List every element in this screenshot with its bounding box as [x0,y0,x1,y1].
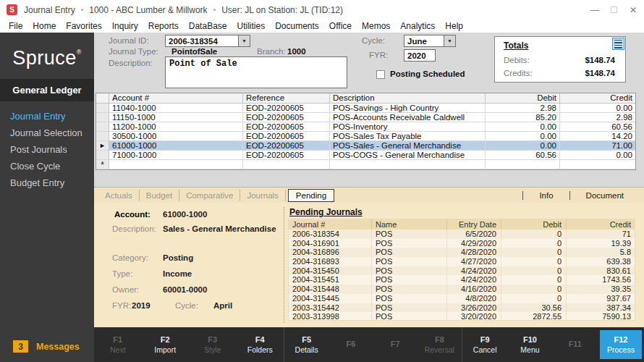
cell-description[interactable]: POS-Sales - General Merchandise [330,141,486,151]
fkey-f10-menu[interactable]: F10Menu [507,335,552,354]
cell-description[interactable]: POS-Savings - High Country [330,104,486,113]
cell-credit[interactable]: 0.00 [560,151,635,160]
cell-description[interactable]: POS-Accounts Receivable Caldwell [330,113,486,122]
cell-account[interactable]: 30500-1000 [109,132,243,141]
pending-row[interactable]: 2004-315445POS4/8/20200937.67 [289,294,635,303]
new-row[interactable]: * [96,160,635,169]
row-selector[interactable] [96,122,109,132]
pending-row[interactable]: 2006-318354POS6/5/2020071 [289,230,635,239]
fkey-f12-process[interactable]: F12Process [600,330,642,359]
tab-comparative[interactable]: Comparative [179,190,240,201]
menu-item-documents[interactable]: Documents [270,21,324,31]
cell-reference[interactable]: EOD-20200605 [243,113,330,122]
posting-scheduled-checkbox[interactable] [376,70,385,79]
menu-item-database[interactable]: DataBase [184,21,232,31]
cell-reference[interactable]: EOD-20200605 [243,132,330,141]
menu-item-reports[interactable]: Reports [143,21,184,31]
menu-item-memos[interactable]: Memos [357,21,395,31]
menu-item-analytics[interactable]: Analytics [395,21,440,31]
cell-account[interactable]: 11150-1000 [109,113,243,122]
journal-id-combo[interactable]: 2006-318354 ▼ [165,35,250,47]
cell-account[interactable]: 61000-1000 [109,141,243,151]
table-row[interactable]: 11150-1000EOD-20200605POS-Accounts Recei… [96,113,635,122]
sidebar-item-close-cycle[interactable]: Close Cycle [0,158,94,174]
cell-debit[interactable]: 2.98 [486,104,560,113]
cell-credit[interactable]: 60.56 [560,122,635,132]
menu-item-home[interactable]: Home [27,21,61,31]
cell-debit[interactable]: 0.00 [486,132,560,141]
cell-account[interactable]: 11200-1000 [109,122,243,132]
row-selector[interactable] [96,113,109,122]
pending-row[interactable]: 2004-316896POS4/28/202005.8 [289,248,635,257]
pending-row[interactable]: 2004-315448POS4/16/2020039.35 [289,285,635,294]
tab-pending[interactable]: Pending [288,189,334,202]
pending-row[interactable]: 2004-315451POS4/24/202001743.56 [289,275,635,285]
row-selector[interactable] [96,151,109,160]
tab-budget[interactable]: Budget [140,190,179,201]
minimize-icon[interactable]: — [590,5,600,15]
journal-id-dropdown-icon[interactable]: ▼ [238,35,250,46]
fkey-f9-cancel[interactable]: F9Cancel [462,335,507,354]
cell-account[interactable]: 11040-1000 [109,104,243,113]
table-row[interactable]: 11200-1000EOD-20200605POS-Inventory0.006… [96,122,635,132]
menu-item-inquiry[interactable]: Inquiry [107,21,143,31]
maximize-icon[interactable] [611,7,617,13]
table-row[interactable]: ►61000-1000EOD-20200605POS-Sales - Gener… [96,141,635,151]
fkey-f4-folders[interactable]: F4Folders [237,335,284,354]
table-row[interactable]: 30500-1000EOD-20200605POS-Sales Tax Paya… [96,132,635,141]
pending-row[interactable]: 2003-315442POS3/26/202030.56387.34 [289,303,635,313]
pending-row[interactable]: 2004-315450POS4/24/20200830.61 [289,266,635,276]
cell-credit[interactable]: 71.00 [560,141,635,151]
totals-menu-icon[interactable] [612,38,624,50]
tab-link-info[interactable]: Info [523,191,569,200]
cell-description[interactable]: POS-COGS - General Merchandise [330,151,486,160]
pending-row[interactable]: 2003-313998POS3/20/20202872.557590.13 [289,312,635,321]
cell-description[interactable]: POS-Inventory [330,122,486,132]
cycle-dropdown-icon[interactable]: ▼ [444,35,455,46]
table-row[interactable]: 71000-1000EOD-20200605POS-COGS - General… [96,151,635,160]
cell-reference[interactable]: EOD-20200605 [243,141,330,151]
fkey-f5-details[interactable]: F5Details [284,335,329,354]
sidebar-item-journal-entry[interactable]: Journal Entry [0,108,94,125]
sidebar-item-journal-selection[interactable]: Journal Selection [0,125,94,141]
cell-debit[interactable]: 60.56 [486,151,560,160]
cell-credit[interactable]: 2.98 [560,113,635,122]
cycle-combo[interactable]: June ▼ [404,35,456,47]
empty-cell[interactable] [330,160,486,169]
tab-link-document[interactable]: Document [570,191,640,200]
cell-credit[interactable]: 0.00 [560,104,635,113]
fyr-input[interactable]: 2020 [404,49,436,62]
menu-item-favorites[interactable]: Favorites [61,21,106,31]
cell-reference[interactable]: EOD-20200605 [243,104,330,113]
description-input[interactable]: Point of Sale [165,56,347,88]
sidebar-item-post-journals[interactable]: Post Journals [0,141,94,158]
menu-item-file[interactable]: File [4,21,27,31]
cell-debit[interactable]: 85.20 [486,113,560,122]
cell-reference[interactable]: EOD-20200605 [243,122,330,132]
messages-count-badge[interactable]: 3 [13,340,28,353]
messages-indicator[interactable]: 3 Messages [13,340,80,353]
cell-account[interactable]: 71000-1000 [109,151,243,160]
tab-actuals[interactable]: Actuals [98,190,140,201]
menu-item-utilities[interactable]: Utilities [232,21,270,31]
tab-journals[interactable]: Journals [240,190,285,201]
pending-row[interactable]: 2004-316893POS4/27/20200639.38 [289,257,635,266]
cell-debit[interactable]: 0.00 [486,141,560,151]
table-row[interactable]: 11040-1000EOD-20200605POS-Savings - High… [96,104,635,113]
empty-cell[interactable] [243,160,330,169]
row-selector[interactable] [96,132,109,141]
empty-cell[interactable] [109,160,243,169]
menu-item-office[interactable]: Office [324,21,357,31]
cell-debit[interactable]: 0.00 [486,122,560,132]
close-icon[interactable]: ✕ [628,5,638,15]
cell-description[interactable]: POS-Sales Tax Payable [330,132,486,141]
empty-cell[interactable] [486,160,560,169]
empty-cell[interactable] [560,160,635,169]
fkey-f2-import[interactable]: F2Import [142,335,190,354]
row-selector[interactable]: ► [96,141,109,151]
menu-item-help[interactable]: Help [440,21,468,31]
pending-row[interactable]: 2004-316901POS4/29/2020019.39 [289,239,635,248]
cell-credit[interactable]: 14.20 [560,132,635,141]
row-selector[interactable] [96,104,109,113]
panel-splitter[interactable] [284,207,284,323]
